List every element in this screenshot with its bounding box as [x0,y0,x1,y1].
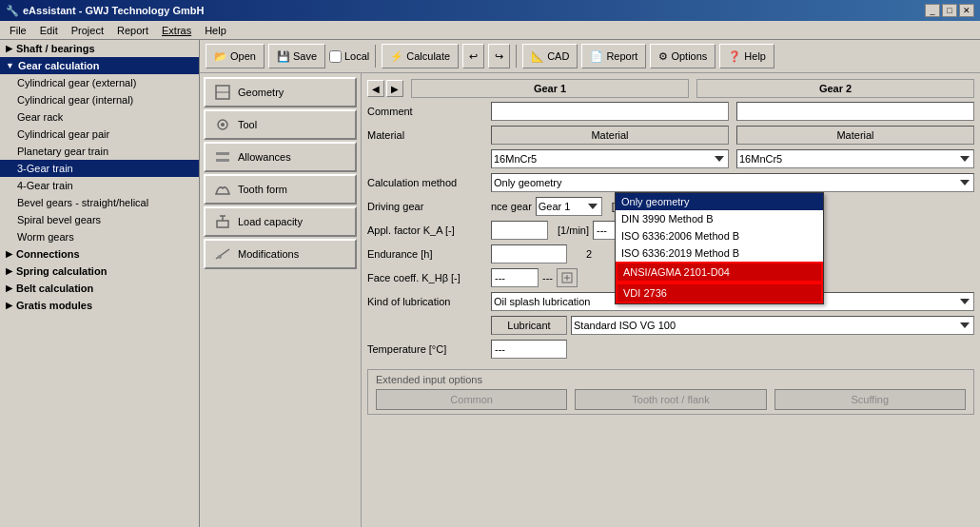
app-icon: 🔧 [6,5,19,17]
menu-edit[interactable]: Edit [34,23,64,38]
sidebar-item-cyl-pair[interactable]: Cylindrical gear pair [0,126,199,143]
options-icon: ⚙ [658,50,668,63]
sidebar-group-connections[interactable]: ▶ Connections [0,245,199,263]
material-button-gear1[interactable]: Material [491,126,729,145]
lubricant-select[interactable]: Standard ISO VG 100 [571,316,974,335]
menu-help[interactable]: Help [199,23,232,38]
sidebar-group-gear[interactable]: ▼ Gear calculation [0,57,199,74]
connections-label: Connections [16,248,80,260]
geometry-button[interactable]: Geometry [204,77,357,107]
gear-arrow-icon: ▼ [6,61,14,70]
lubricant-button[interactable]: Lubricant [491,316,567,335]
material-label: Material [367,129,491,141]
appl-factor-input[interactable] [491,221,548,240]
lubrication-label: Kind of lubrication [367,296,491,307]
sidebar-item-bevel[interactable]: Bevel gears - straight/helical [0,194,199,211]
maximize-button[interactable]: □ [942,4,957,17]
sidebar-item-planetary[interactable]: Planetary gear train [0,143,199,160]
title-bar: 🔧 eAssistant - GWJ Technology GmbH _ □ ✕ [0,0,980,21]
nav-next-button[interactable]: ▶ [386,80,403,97]
gear2-header: Gear 2 [696,79,974,98]
material-button-gear2[interactable]: Material [736,126,974,145]
svg-rect-5 [216,159,229,162]
local-checkbox[interactable] [329,50,342,63]
sidebar-item-cyl-ext[interactable]: Cylindrical gear (external) [0,74,199,91]
extended-tooth-root-button[interactable]: Tooth root / flank [575,389,766,410]
svg-rect-4 [216,152,229,155]
menu-extras[interactable]: Extras [156,23,197,38]
material-select-gear2[interactable]: 16MnCr5 [736,149,974,168]
allowances-button[interactable]: Allowances [204,142,357,172]
cad-button[interactable]: 📐 CAD [522,44,578,68]
nav-prev-button[interactable]: ◀ [367,80,384,97]
help-button[interactable]: ❓ Help [719,44,774,68]
gratis-arrow-icon: ▶ [6,301,12,310]
endurance-input[interactable] [491,244,567,264]
sidebar-group-belt[interactable]: ▶ Belt calculation [0,280,199,297]
extended-section: Extended input options Common Tooth root… [367,369,974,415]
modifications-button[interactable]: Modifications [204,239,357,269]
dropdown-item-vdi[interactable]: VDI 2736 [616,283,823,303]
sidebar-item-4gear[interactable]: 4-Gear train [0,177,199,194]
material-row: Material Material Material [367,126,974,145]
tool-button[interactable]: Tool [204,109,357,140]
appl-factor-label: Appl. factor K_A [-] [367,224,491,236]
calculate-button[interactable]: ⚡ Calculate [382,44,459,68]
form-area: ◀ ▶ Gear 1 Gear 2 Comment [362,73,980,527]
comment-row: Comment [367,102,974,121]
face-coeff-more-button[interactable] [557,268,578,287]
modifications-icon [213,244,232,264]
toolbar: 📂 Open 💾 Save Local ⚡ Calculate ↩ ↪ 📐 CA… [200,40,980,73]
options-button[interactable]: ⚙ Options [650,44,715,68]
calc-method-dropdown: Only geometry DIN 3990 Method B ISO 6336… [615,192,824,304]
close-button[interactable]: ✕ [959,4,974,17]
load-capacity-button[interactable]: Load capacity [204,206,357,237]
dropdown-item-only-geometry[interactable]: Only geometry [616,193,823,210]
svg-rect-6 [217,221,228,227]
extended-scuffing-button[interactable]: Scuffing [774,389,966,410]
driving-gear-select[interactable]: Gear 1 [536,197,602,216]
sidebar-group-spring[interactable]: ▶ Spring calculation [0,263,199,280]
toolbar-sep1 [375,45,376,68]
face-coeff-input1[interactable] [491,268,539,287]
menu-report[interactable]: Report [111,23,154,38]
sidebar-item-worm[interactable]: Worm gears [0,228,199,245]
sidebar-item-spiral[interactable]: Spiral bevel gears [0,211,199,228]
endurance-label: Endurance [h] [367,248,491,260]
driving-gear-label: Driving gear [367,201,491,212]
material-select-gear1[interactable]: 16MnCr5 [491,149,729,168]
dropdown-item-iso2019[interactable]: ISO 6336:2019 Method B [616,244,823,262]
redo-button[interactable]: ↪ [488,44,510,68]
spring-label: Spring calculation [16,265,107,277]
lubricant-row: Lubricant Standard ISO VG 100 [367,316,974,335]
calc-method-row: Calculation method Only geometry Only ge… [367,173,974,192]
sidebar-group-shaft[interactable]: ▶ Shaft / bearings [0,40,199,57]
temperature-input[interactable] [491,340,567,359]
belt-label: Belt calculation [16,283,93,294]
dropdown-item-iso2006[interactable]: ISO 6336:2006 Method B [616,227,823,244]
tooth-form-button[interactable]: Tooth form [204,174,357,205]
temperature-row: Temperature [°C] [367,340,974,359]
local-checkbox-label[interactable]: Local [329,50,369,63]
calc-method-select[interactable]: Only geometry [491,173,974,192]
face-coeff-dash: --- [542,272,553,283]
gear-header-row: ◀ ▶ Gear 1 Gear 2 [367,79,974,98]
sidebar-item-3gear[interactable]: 3-Gear train [0,160,199,177]
sidebar-item-cyl-int[interactable]: Cylindrical gear (internal) [0,91,199,108]
comment-label: Comment [367,106,491,117]
undo-button[interactable]: ↩ [462,44,484,68]
save-button[interactable]: 💾 Save [268,44,325,68]
open-button[interactable]: 📂 Open [206,44,265,68]
menu-file[interactable]: File [4,23,32,38]
minimize-button[interactable]: _ [925,4,940,17]
dropdown-item-ansi[interactable]: ANSI/AGMA 2101-D04 [616,262,823,283]
sidebar-group-gratis[interactable]: ▶ Gratis modules [0,297,199,314]
extended-common-button[interactable]: Common [376,389,567,410]
dropdown-item-din3990[interactable]: DIN 3990 Method B [616,210,823,227]
comment-input-gear2[interactable] [736,102,974,121]
comment-input-gear1[interactable] [491,102,729,121]
sidebar-item-rack[interactable]: Gear rack [0,108,199,126]
report-button[interactable]: 📄 Report [581,44,646,68]
speed-label: [1/min] [558,224,589,236]
menu-project[interactable]: Project [66,23,109,38]
